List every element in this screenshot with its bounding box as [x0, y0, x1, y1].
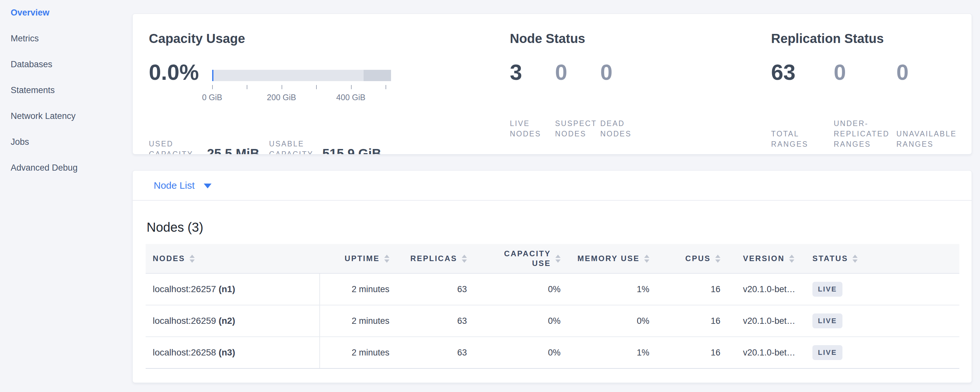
sidebar-item-overview[interactable]: Overview	[11, 8, 138, 17]
dead-nodes-label: DEAD NODES	[600, 118, 646, 139]
node-status-title: Node Status	[510, 31, 768, 46]
uptime-cell: 2 minutes	[320, 337, 390, 368]
capacity-use-cell: 0%	[467, 337, 560, 368]
under-replicated-ranges-value: 0	[834, 61, 896, 83]
uptime-cell: 2 minutes	[320, 274, 390, 305]
sidebar-item-statements[interactable]: Statements	[11, 86, 138, 95]
node-address: localhost:26257	[153, 284, 219, 295]
node-address-cell[interactable]: localhost:26259 (n2)	[146, 305, 320, 336]
sort-arrows-icon	[555, 255, 560, 263]
sidebar-item-advanced-debug[interactable]: Advanced Debug	[11, 164, 138, 172]
nodes-table-header-row: NODESUPTIMEREPLICASCAPACITY USEMEMORY US…	[146, 244, 959, 274]
used-capacity-label: USED CAPACITY	[149, 139, 197, 155]
suspect-nodes-value: 0	[555, 61, 600, 83]
column-header-capacity-use[interactable]: CAPACITY USE	[467, 244, 560, 273]
column-header-label: STATUS	[812, 254, 848, 263]
column-header-label: REPLICAS	[410, 254, 457, 263]
axis-tick	[247, 85, 247, 89]
node-address: localhost:26259	[153, 316, 219, 326]
capacity-bar	[212, 70, 391, 81]
status-badge: LIVE	[812, 345, 842, 360]
sort-arrows-icon	[789, 255, 794, 263]
capacity-usage-title: Capacity Usage	[149, 31, 511, 46]
nodes-count-title: Nodes (3)	[146, 220, 959, 235]
node-address-cell[interactable]: localhost:26258 (n3)	[146, 337, 320, 368]
replicas-cell: 63	[390, 305, 467, 336]
capacity-used-percent: 0.0%	[149, 61, 204, 104]
cpus-cell: 16	[649, 337, 721, 368]
node-list-dropdown[interactable]: Node List	[154, 180, 212, 191]
node-status-section: Node Status 3 0 0 LIVE NODES SUSPECT NOD…	[510, 31, 768, 139]
node-id: (n2)	[219, 316, 235, 326]
axis-tick	[316, 85, 317, 89]
capacity-bar-chart: 0 GiB200 GiB400 GiB	[212, 70, 391, 104]
chevron-down-icon	[204, 183, 212, 188]
capacity-use-cell: 0%	[467, 274, 560, 305]
live-nodes-label: LIVE NODES	[510, 118, 555, 139]
column-header-label: NODES	[153, 254, 185, 263]
under-replicated-ranges-label: UNDER- REPLICATED RANGES	[834, 118, 896, 149]
sidebar-item-metrics[interactable]: Metrics	[11, 34, 138, 43]
uptime-cell: 2 minutes	[320, 305, 390, 336]
node-list-card: Node List Nodes (3) NODESUPTIMEREPLICASC…	[132, 170, 972, 383]
column-header-replicas[interactable]: REPLICAS	[390, 244, 467, 273]
status-badge: LIVE	[812, 314, 842, 328]
version-cell: v20.1.0-bet…	[721, 337, 804, 368]
cpus-cell: 16	[649, 305, 721, 336]
cpus-cell: 16	[649, 274, 721, 305]
axis-tick-label: 200 GiB	[267, 93, 296, 102]
sort-arrows-icon	[189, 255, 195, 263]
capacity-bar-used-segment	[212, 70, 213, 81]
column-header-version[interactable]: VERSION	[721, 244, 804, 273]
replicas-cell: 63	[390, 274, 467, 305]
suspect-nodes-label: SUSPECT NODES	[555, 118, 600, 139]
table-row: localhost:26258 (n3)2 minutes630%1%16v20…	[146, 337, 959, 369]
node-id: (n3)	[219, 347, 235, 358]
axis-tick-label: 0 GiB	[202, 93, 223, 102]
unavailable-ranges-value: 0	[896, 61, 959, 83]
column-header-uptime[interactable]: UPTIME	[320, 244, 390, 273]
column-header-cpus[interactable]: CPUS	[649, 244, 721, 273]
usable-capacity-label: USABLE CAPACITY	[269, 139, 314, 155]
nodes-table: NODESUPTIMEREPLICASCAPACITY USEMEMORY US…	[146, 244, 959, 369]
column-header-label: CAPACITY USE	[504, 249, 551, 268]
sidebar-item-databases[interactable]: Databases	[11, 60, 138, 69]
replication-status-title: Replication Status	[771, 31, 965, 46]
axis-tick-label: 400 GiB	[336, 93, 365, 102]
replication-status-section: Replication Status 63 0 0 TOTAL RANGES U…	[771, 31, 965, 149]
live-nodes-value: 3	[510, 61, 555, 83]
status-cell: LIVE	[804, 274, 959, 305]
column-header-memory-use[interactable]: MEMORY USE	[560, 244, 649, 273]
usable-capacity-value: 515.9 GiB	[322, 147, 381, 155]
column-header-status[interactable]: STATUS	[804, 244, 959, 273]
memory-use-cell: 1%	[560, 274, 649, 305]
node-list-dropdown-label: Node List	[154, 180, 195, 191]
memory-use-cell: 1%	[560, 337, 649, 368]
total-ranges-value: 63	[771, 61, 834, 83]
sidebar-item-jobs[interactable]: Jobs	[11, 138, 138, 147]
sort-arrows-icon	[715, 255, 721, 263]
cluster-summary-card: Capacity Usage 0.0% 0 GiB200 GiB400 GiB …	[132, 14, 972, 155]
column-header-label: MEMORY USE	[578, 254, 640, 263]
version-cell: v20.1.0-bet…	[721, 274, 804, 305]
sidebar-item-network-latency[interactable]: Network Latency	[11, 112, 138, 121]
column-header-label: UPTIME	[345, 254, 380, 263]
capacity-use-cell: 0%	[467, 305, 560, 336]
axis-tick	[212, 85, 213, 89]
table-row: localhost:26259 (n2)2 minutes630%0%16v20…	[146, 305, 959, 337]
status-cell: LIVE	[804, 305, 959, 336]
table-row: localhost:26257 (n1)2 minutes630%1%16v20…	[146, 274, 959, 305]
sort-arrows-icon	[644, 255, 649, 263]
capacity-axis: 0 GiB200 GiB400 GiB	[212, 81, 391, 104]
sort-arrows-icon	[384, 255, 390, 263]
axis-tick	[385, 85, 386, 89]
axis-tick	[282, 85, 282, 89]
unavailable-ranges-label: UNAVAILABLE RANGES	[896, 129, 959, 149]
memory-use-cell: 0%	[560, 305, 649, 336]
sidebar-nav: OverviewMetricsDatabasesStatementsNetwor…	[0, 0, 138, 172]
used-capacity-value: 25.5 MiB	[207, 147, 259, 155]
replicas-cell: 63	[390, 337, 467, 368]
status-badge: LIVE	[812, 282, 842, 297]
column-header-node[interactable]: NODES	[146, 244, 320, 273]
node-address-cell[interactable]: localhost:26257 (n1)	[146, 274, 320, 305]
